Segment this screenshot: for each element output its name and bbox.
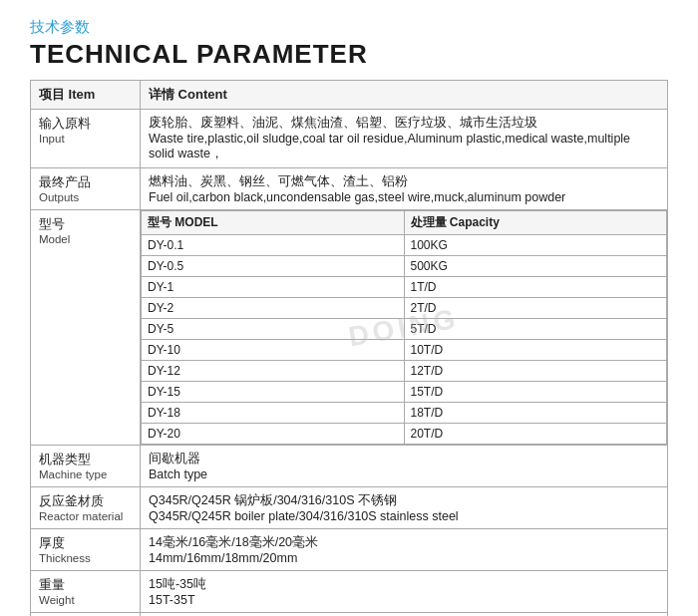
table-row-machine-type: 机器类型Machine type间歇机器Batch type [31, 446, 668, 487]
row-content-output: 燃料油、炭黑、钢丝、可燃气体、渣土、铝粉Fuel oil,carbon blac… [141, 168, 668, 210]
row-label-input: 输入原料Input [31, 110, 141, 168]
list-item: DY-55T/D [142, 319, 667, 340]
model-capacity: 5T/D [404, 319, 667, 340]
model-capacity: 500KG [404, 256, 667, 277]
label-cn-input: 输入原料 [39, 115, 132, 133]
model-capacity: 1T/D [404, 277, 667, 298]
list-item: DY-1515T/D [142, 382, 667, 403]
model-capacity: 12T/D [404, 361, 667, 382]
model-name: DY-5 [142, 319, 405, 340]
content-en-thickness: 14mm/16mm/18mm/20mm [149, 551, 297, 565]
table-row-reactor: 反应釜材质Reactor materialQ345R/Q245R 锅炉板/304… [31, 487, 668, 529]
label-en-weight: Weight [39, 594, 132, 606]
content-en-machine-type: Batch type [149, 467, 207, 481]
model-name: DY-15 [142, 382, 405, 403]
list-item: DY-1212T/D [142, 361, 667, 382]
list-item: DY-1818T/D [142, 403, 667, 424]
content-cn-input: 废轮胎、废塑料、油泥、煤焦油渣、铝塑、医疗垃圾、城市生活垃圾 [149, 116, 537, 130]
capacity-header: 处理量 Capacity [404, 211, 667, 235]
row-content-weight: 15吨-35吨15T-35T [141, 571, 668, 613]
model-name: DY-10 [142, 340, 405, 361]
content-cn-reactor: Q345R/Q245R 锅炉板/304/316/310S 不锈钢 [149, 493, 397, 507]
table-row-thickness: 厚度Thickness14毫米/16毫米/18毫米/20毫米14mm/16mm/… [31, 529, 668, 571]
model-capacity: 18T/D [404, 403, 667, 424]
model-capacity: 2T/D [404, 298, 667, 319]
list-item: DY-11T/D [142, 277, 667, 298]
label-en-reactor: Reactor material [39, 510, 132, 522]
row-content-power: ≤30千瓦/时≤30Kw [141, 613, 668, 617]
parameter-table: 项目 Item 详情 Content 输入原料Input废轮胎、废塑料、油泥、煤… [30, 80, 668, 616]
row-content-machine-type: 间歇机器Batch type [141, 446, 668, 487]
content-en-reactor: Q345R/Q245R boiler plate/304/316/310S st… [149, 509, 459, 523]
row-content-input: 废轮胎、废塑料、油泥、煤焦油渣、铝塑、医疗垃圾、城市生活垃圾Waste tire… [141, 110, 668, 168]
row-label-model: 型号Model [31, 210, 141, 446]
list-item: DY-2020T/D [142, 424, 667, 445]
label-cn-model: 型号 [39, 215, 132, 233]
label-cn-output: 最终产品 [39, 173, 132, 191]
row-content-reactor: Q345R/Q245R 锅炉板/304/316/310S 不锈钢Q345R/Q2… [141, 487, 668, 529]
model-name: DY-12 [142, 361, 405, 382]
title-cn-container: 技术参数 TECHNICAL PARAMETER [30, 18, 668, 70]
content-cn-thickness: 14毫米/16毫米/18毫米/20毫米 [149, 535, 318, 549]
table-header: 项目 Item 详情 Content [31, 81, 668, 110]
row-label-weight: 重量Weight [31, 571, 141, 613]
content-en-weight: 15T-35T [149, 593, 195, 607]
row-label-machine-type: 机器类型Machine type [31, 446, 141, 487]
content-cn-weight: 15吨-35吨 [149, 577, 206, 591]
table-row-input: 输入原料Input废轮胎、废塑料、油泥、煤焦油渣、铝塑、医疗垃圾、城市生活垃圾W… [31, 110, 668, 168]
header-item: 项目 Item [31, 81, 141, 110]
model-capacity: 20T/D [404, 424, 667, 445]
model-header: 型号 MODEL [142, 211, 405, 235]
title-en: TECHNICAL PARAMETER [30, 39, 668, 70]
model-inner-table: 型号 MODEL处理量 CapacityDY-0.1100KGDY-0.5500… [141, 210, 667, 445]
title-cn: 技术参数 [30, 18, 668, 37]
table-row-power: 总功率Total power≤30千瓦/时≤30Kw [31, 613, 668, 617]
model-name: DY-1 [142, 277, 405, 298]
header-content: 详情 Content [141, 81, 668, 110]
content-cn-machine-type: 间歇机器 [149, 452, 200, 465]
label-cn-weight: 重量 [39, 576, 132, 594]
label-en-machine-type: Machine type [39, 468, 132, 480]
row-label-reactor: 反应釜材质Reactor material [31, 487, 141, 529]
list-item: DY-0.1100KG [142, 235, 667, 256]
row-label-thickness: 厚度Thickness [31, 529, 141, 571]
label-en-thickness: Thickness [39, 552, 132, 564]
label-en-output: Outputs [39, 191, 132, 203]
model-table-header: 型号 MODEL处理量 Capacity [142, 211, 667, 235]
label-en-input: Input [39, 133, 132, 145]
content-en-input: Waste tire,plastic,oil sludge,coal tar o… [149, 132, 630, 160]
label-en-model: Model [39, 233, 132, 245]
row-content-model: DOING型号 MODEL处理量 CapacityDY-0.1100KGDY-0… [141, 210, 668, 446]
table-row-model: 型号ModelDOING型号 MODEL处理量 CapacityDY-0.110… [31, 210, 668, 446]
model-capacity: 15T/D [404, 382, 667, 403]
row-content-thickness: 14毫米/16毫米/18毫米/20毫米14mm/16mm/18mm/20mm [141, 529, 668, 571]
model-name: DY-0.1 [142, 235, 405, 256]
label-cn-thickness: 厚度 [39, 534, 132, 552]
row-label-output: 最终产品Outputs [31, 168, 141, 210]
row-label-power: 总功率Total power [31, 613, 141, 617]
list-item: DY-1010T/D [142, 340, 667, 361]
table-row-weight: 重量Weight15吨-35吨15T-35T [31, 571, 668, 613]
list-item: DY-0.5500KG [142, 256, 667, 277]
model-name: DY-0.5 [142, 256, 405, 277]
model-name: DY-18 [142, 403, 405, 424]
table-row-output: 最终产品Outputs燃料油、炭黑、钢丝、可燃气体、渣土、铝粉Fuel oil,… [31, 168, 668, 210]
model-name: DY-20 [142, 424, 405, 445]
label-cn-machine-type: 机器类型 [39, 451, 132, 468]
model-capacity: 100KG [404, 235, 667, 256]
content-en-output: Fuel oil,carbon black,uncondensable gas,… [149, 190, 565, 204]
list-item: DY-22T/D [142, 298, 667, 319]
model-name: DY-2 [142, 298, 405, 319]
label-cn-reactor: 反应釜材质 [39, 492, 132, 510]
content-cn-output: 燃料油、炭黑、钢丝、可燃气体、渣土、铝粉 [149, 174, 408, 188]
model-capacity: 10T/D [404, 340, 667, 361]
